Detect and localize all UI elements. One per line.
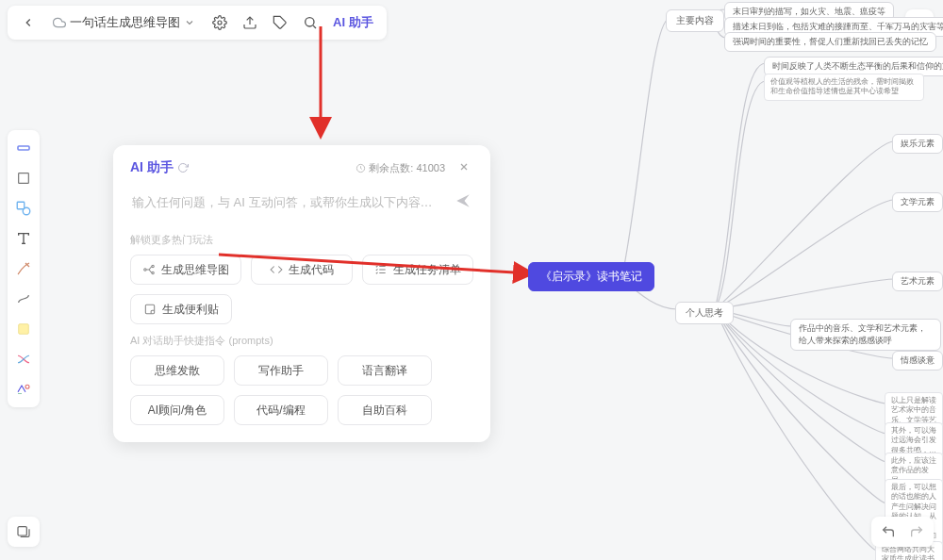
chip-generate-mindmap[interactable]: 生成思维导图 (130, 255, 241, 285)
annotation-arrow-down (302, 26, 339, 140)
mindmap-node[interactable]: 艺术元素 (892, 272, 943, 291)
send-icon (455, 192, 472, 209)
export-icon (242, 15, 257, 30)
tag-icon (273, 15, 288, 30)
sticky-icon (143, 303, 157, 316)
document-title[interactable]: 一句话生成思维导图 (45, 9, 203, 36)
back-button[interactable] (15, 9, 41, 36)
chip-generate-checklist[interactable]: 生成任务清单 (362, 255, 473, 285)
svg-point-12 (23, 207, 30, 215)
chip-translate[interactable]: 语言翻译 (338, 355, 432, 386)
mindmap-node[interactable]: 强调时间的重要性，督促人们重新找回已丢失的记忆 (724, 32, 936, 52)
svg-line-4 (313, 25, 316, 28)
section-prompts-label: AI 对话助手快捷指令 (prompts) (130, 334, 473, 348)
chip-writing-assistant[interactable]: 写作助手 (234, 355, 328, 386)
shape-tool[interactable] (11, 196, 36, 221)
mindmap-canvas[interactable]: 《启示录》读书笔记 主要内容 末日审判的描写，如火灾、地震、瘟疫等 描述末日到临… (490, 0, 943, 560)
svg-rect-18 (18, 527, 26, 535)
layers-icon (16, 524, 31, 539)
close-icon (458, 161, 470, 173)
mindmap-node-thought[interactable]: 个人思考 (675, 302, 734, 324)
svg-rect-10 (19, 173, 29, 184)
mindmap-node[interactable]: 作品中的音乐、文学和艺术元素，给人带来探索的感感谈呼 (790, 319, 941, 351)
chip-generate-sticky[interactable]: 生成便利贴 (130, 294, 232, 324)
chip-coding[interactable]: 代码/编程 (234, 395, 328, 425)
ai-panel-title: AI 助手 (130, 159, 189, 176)
chevron-down-icon (184, 17, 195, 28)
chip-brainstorm[interactable]: 思维发散 (130, 355, 224, 386)
ai-assistant-panel: AI 助手 剩余点数: 41003 解锁更多热门玩法 生成思维导图 生成代码 (113, 145, 490, 442)
mindmap-node[interactable]: 文学元素 (892, 192, 943, 212)
pen-tool[interactable] (11, 256, 36, 281)
svg-rect-17 (18, 393, 22, 394)
mindmap-node[interactable]: 娱乐元素 (892, 134, 943, 154)
chip-ai-role[interactable]: AI顾问/角色 (130, 395, 224, 425)
mindmap-icon (142, 263, 156, 276)
svg-point-22 (144, 269, 146, 271)
svg-point-23 (152, 265, 154, 267)
send-button[interactable] (455, 192, 472, 212)
ai-assistant-tab[interactable]: AI 助手 (327, 14, 379, 31)
export-button[interactable] (237, 9, 263, 36)
refresh-icon[interactable] (177, 162, 189, 173)
undo-button[interactable] (877, 520, 900, 543)
settings-button[interactable] (207, 9, 233, 36)
search-icon (303, 15, 318, 30)
tag-button[interactable] (267, 9, 293, 36)
checklist-icon (374, 263, 388, 276)
mindmap-node[interactable]: 情感谈意 (892, 351, 943, 371)
mindmap-node[interactable]: 价值观等植根人的生活的残余，需时间揭败和生命价值指导述情也是其中心读希望 (764, 74, 924, 101)
ai-prompt-input[interactable] (132, 195, 447, 209)
svg-point-3 (306, 18, 314, 26)
frame-tool[interactable] (11, 166, 36, 190)
text-tool[interactable] (11, 226, 36, 251)
svg-point-0 (218, 21, 222, 25)
top-toolbar: 一句话生成思维导图 AI 助手 (8, 6, 387, 40)
connector-tool[interactable] (11, 287, 36, 311)
chip-generate-code[interactable]: 生成代码 (251, 255, 353, 285)
svg-rect-9 (18, 146, 29, 150)
svg-rect-15 (19, 324, 29, 335)
layers-button[interactable] (8, 517, 40, 547)
sticky-note-tool[interactable] (11, 317, 36, 341)
redo-button[interactable] (905, 520, 928, 543)
cloud-icon (53, 16, 66, 29)
svg-point-16 (25, 385, 29, 388)
points-remaining: 剩余点数: 41003 (356, 161, 445, 175)
undo-redo-bar (871, 517, 934, 547)
undo-icon (881, 524, 896, 539)
redo-icon (909, 524, 924, 539)
more-shapes-tool[interactable] (11, 377, 36, 402)
mindmap-node-main[interactable]: 主要内容 (666, 9, 724, 32)
search-button[interactable] (297, 9, 323, 36)
document-title-text: 一句话生成思维导图 (70, 14, 180, 31)
select-tool[interactable] (11, 136, 36, 160)
gear-icon (212, 15, 227, 30)
chip-encyclopedia[interactable]: 自助百科 (338, 395, 432, 425)
svg-rect-28 (145, 305, 154, 313)
left-toolbar (8, 130, 40, 407)
section-popular-label: 解锁更多热门玩法 (130, 233, 473, 247)
code-icon (270, 263, 283, 276)
clock-icon (356, 163, 366, 173)
svg-rect-11 (17, 202, 25, 209)
close-panel-button[interactable] (455, 158, 473, 177)
mindmap-tool[interactable] (11, 347, 36, 371)
svg-point-24 (152, 272, 154, 273)
mindmap-root-node[interactable]: 《启示录》读书笔记 (528, 262, 654, 291)
